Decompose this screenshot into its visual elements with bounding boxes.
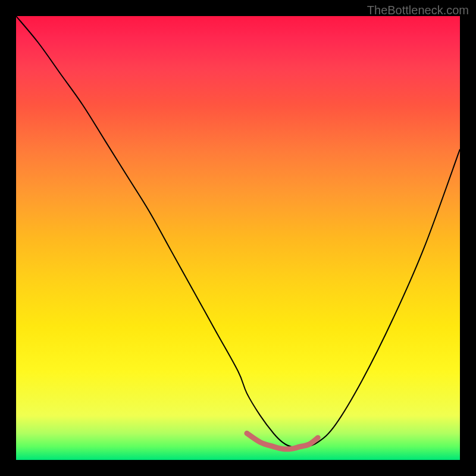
curve-svg <box>16 16 460 460</box>
plot-area <box>16 16 460 460</box>
valley-highlight <box>247 433 318 449</box>
watermark-text: TheBottleneck.com <box>367 4 469 17</box>
bottleneck-curve <box>16 16 460 447</box>
